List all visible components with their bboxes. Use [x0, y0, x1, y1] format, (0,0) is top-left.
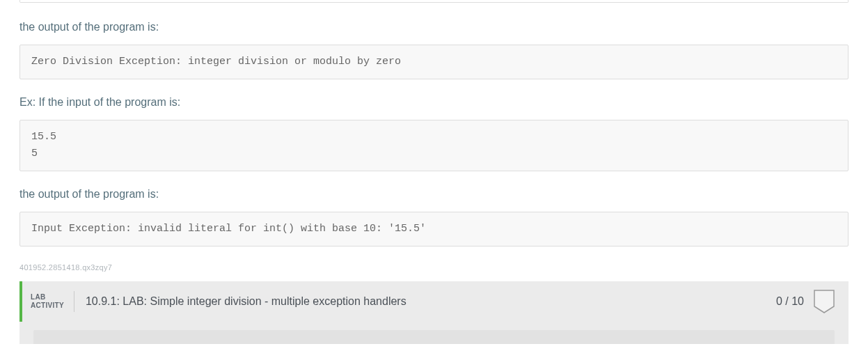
code-output-1: Zero Division Exception: integer divisio…	[19, 45, 849, 79]
code-output-2: Input Exception: invalid literal for int…	[19, 212, 849, 246]
code-input-example: 15.5 5	[19, 120, 849, 171]
lab-inner-panel	[33, 330, 835, 344]
partial-box-top	[19, 0, 849, 3]
lab-score: 0 / 10	[776, 295, 814, 308]
description-output-2: the output of the program is:	[19, 188, 849, 201]
lab-activity-badge: LAB ACTIVITY	[22, 291, 74, 312]
watermark-id: 401952.2851418.qx3zqy7	[19, 263, 849, 272]
description-output-1: the output of the program is:	[19, 21, 849, 33]
bookmark-icon[interactable]	[814, 290, 835, 313]
lab-body-area	[19, 322, 849, 344]
lab-activity-header: LAB ACTIVITY 10.9.1: LAB: Simple integer…	[19, 281, 849, 322]
description-input-example: Ex: If the input of the program is:	[19, 96, 849, 109]
lab-title: 10.9.1: LAB: Simple integer division - m…	[74, 295, 776, 308]
